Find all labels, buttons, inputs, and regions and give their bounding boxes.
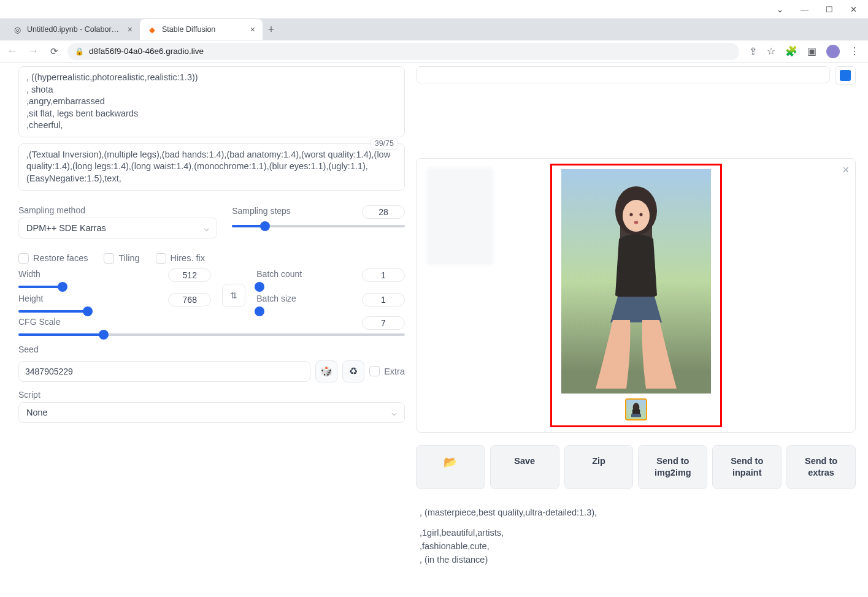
thumbnail[interactable]: [625, 398, 647, 420]
script-value: None: [26, 408, 48, 417]
seed-input[interactable]: 3487905229: [18, 361, 310, 382]
left-column: , ((hyperrealistic,photorealistic,realis…: [18, 66, 405, 585]
script-select[interactable]: None ⌵: [18, 402, 405, 423]
share-icon[interactable]: ⇪: [749, 45, 757, 57]
batch-size-label: Batch size: [256, 294, 296, 303]
swap-dims-button[interactable]: ⇅: [222, 284, 245, 307]
send-extras-button[interactable]: Send to extras: [786, 445, 856, 489]
svg-point-7: [639, 213, 642, 216]
send-img2img-button[interactable]: Send to img2img: [638, 445, 707, 489]
menu-icon[interactable]: ⋮: [850, 45, 859, 57]
height-label: Height: [18, 294, 43, 303]
token-counter: 39/75: [371, 138, 398, 150]
save-button[interactable]: Save: [490, 445, 559, 489]
batch-size-value[interactable]: 1: [362, 293, 405, 306]
output-gallery: ×: [416, 158, 856, 433]
tiling-checkbox[interactable]: Tiling: [104, 253, 139, 264]
generated-image[interactable]: [561, 169, 711, 394]
url-input[interactable]: 🔒 d8fa56f9-04a0-46e6.gradio.live: [67, 43, 739, 60]
thumbnail-row: [557, 398, 715, 420]
close-icon[interactable]: ×: [842, 164, 849, 177]
puzzle-icon[interactable]: 🧩: [785, 45, 797, 57]
address-bar: ← → ⟳ 🔒 d8fa56f9-04a0-46e6.gradio.live ⇪…: [0, 40, 868, 63]
script-label: Script: [18, 390, 405, 400]
negative-prompt-input[interactable]: 39/75 ,(Textual Inversion),(multiple leg…: [18, 143, 405, 191]
sampling-method-select[interactable]: DPM++ SDE Karras ⌵: [18, 218, 217, 238]
height-value[interactable]: 768: [168, 293, 211, 306]
negative-prompt-text: ,(Textual Inversion),(multiple legs),(ba…: [26, 149, 397, 185]
actions-row: 📂 Save Zip Send to img2img Send to inpai…: [416, 445, 856, 489]
open-folder-button[interactable]: 📂: [416, 445, 485, 489]
tab-title: Untitled0.ipynb - Colaboratory: [27, 25, 123, 34]
close-window-icon[interactable]: ✕: [850, 5, 857, 14]
prompt-line: ,sit flat, legs bent backwards: [26, 108, 397, 120]
cfg-value[interactable]: 7: [362, 316, 405, 330]
lock-icon: 🔒: [75, 47, 84, 56]
star-icon[interactable]: ☆: [767, 45, 775, 57]
back-icon[interactable]: ←: [5, 45, 20, 58]
window-icon[interactable]: ▣: [807, 45, 816, 57]
tab-stable-diffusion[interactable]: ◆ Stable Diffusion ×: [140, 19, 263, 40]
send-inpaint-button[interactable]: Send to inpaint: [712, 445, 782, 489]
window-chevron-icon[interactable]: ⌄: [777, 5, 783, 14]
close-icon[interactable]: ×: [250, 25, 255, 34]
prompt-line: ,angry,embarrassed: [26, 96, 397, 108]
svg-point-5: [623, 200, 650, 232]
svg-rect-11: [631, 414, 641, 417]
right-header-strip: [416, 66, 856, 91]
zip-button[interactable]: Zip: [564, 445, 634, 489]
square-icon: [840, 70, 851, 81]
tab-bar: ◎ Untitled0.ipynb - Colaboratory × ◆ Sta…: [0, 18, 868, 40]
width-label: Width: [18, 269, 40, 279]
avatar[interactable]: [826, 45, 840, 58]
dims-block: Width 512 Height 768 ⇅ Batch count 1 Ba: [18, 268, 405, 310]
prompt-input[interactable]: , ((hyperrealistic,photorealistic,realis…: [18, 66, 405, 137]
svg-point-8: [634, 221, 638, 224]
random-seed-button[interactable]: 🎲: [315, 360, 337, 382]
toolbar-icons: ⇪ ☆ 🧩 ▣ ⋮: [745, 45, 863, 58]
svg-point-6: [629, 213, 632, 216]
sampling-method-label: Sampling method: [18, 205, 217, 215]
reload-icon[interactable]: ⟳: [47, 46, 61, 57]
meta-line: , (masterpiece,best quality,ultra-detail…: [420, 506, 852, 520]
close-icon[interactable]: ×: [128, 25, 133, 34]
cfg-label: CFG Scale: [18, 317, 60, 327]
tab-title: Stable Diffusion: [162, 25, 245, 34]
cfg-slider[interactable]: [18, 333, 405, 336]
prompt-line: , ((hyperrealistic,photorealistic,realis…: [26, 72, 397, 84]
output-preview-blur: [426, 167, 494, 265]
window-controls: ⌄ — ☐ ✕: [0, 0, 868, 18]
tab-colab[interactable]: ◎ Untitled0.ipynb - Colaboratory ×: [5, 19, 140, 40]
sampling-steps-slider[interactable]: [232, 225, 405, 227]
sampling-steps-label: Sampling steps: [232, 206, 291, 216]
new-tab-button[interactable]: +: [263, 23, 280, 36]
recycle-seed-button[interactable]: ♻: [342, 360, 364, 382]
prompt-line: , shota: [26, 84, 397, 96]
meta-line: , (in the distance): [420, 553, 852, 567]
page-content: , ((hyperrealistic,photorealistic,realis…: [0, 63, 868, 597]
hires-fix-checkbox[interactable]: Hires. fix: [156, 253, 205, 264]
header-icon-button[interactable]: [835, 66, 856, 85]
minimize-icon[interactable]: —: [801, 5, 808, 14]
colab-favicon-icon: ◎: [12, 25, 22, 34]
batch-count-value[interactable]: 1: [362, 268, 405, 282]
generation-metadata: , (masterpiece,best quality,ultra-detail…: [416, 506, 856, 567]
sampling-method-value: DPM++ SDE Karras: [26, 223, 106, 233]
meta-line: ,fashionable,cute,: [420, 540, 852, 553]
prompt-line: ,cheerful,: [26, 120, 397, 132]
folder-icon: 📂: [444, 456, 457, 468]
width-value[interactable]: 512: [168, 268, 211, 282]
header-panel: [416, 66, 830, 83]
chevron-down-icon: ⌵: [204, 223, 209, 233]
gradio-favicon-icon: ◆: [147, 25, 157, 34]
restore-faces-checkbox[interactable]: Restore faces: [18, 253, 88, 264]
sampling-steps-value[interactable]: 28: [362, 205, 405, 219]
seed-label: Seed: [18, 344, 405, 354]
maximize-icon[interactable]: ☐: [826, 5, 833, 14]
generated-image-figure: [596, 180, 677, 389]
batch-count-label: Batch count: [256, 269, 302, 279]
extra-checkbox[interactable]: Extra: [369, 366, 405, 376]
url-text: d8fa56f9-04a0-46e6.gradio.live: [89, 47, 204, 56]
chevron-down-icon: ⌵: [391, 408, 397, 417]
forward-icon: →: [26, 45, 40, 58]
